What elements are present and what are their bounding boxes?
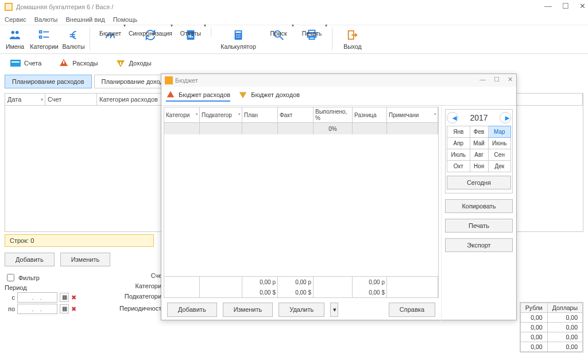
year-next-button[interactable]: ► [500, 112, 511, 123]
month-oct[interactable]: Окт [447, 161, 470, 172]
col-date[interactable]: Дата▾ [5, 94, 45, 105]
svg-marker-34 [167, 91, 174, 98]
modal-add-button[interactable]: Добавить [167, 303, 217, 317]
year-prev-button[interactable]: ◄ [447, 112, 458, 123]
tab-expenses[interactable]: Расходы [53, 56, 103, 71]
month-jun[interactable]: Июнь [488, 138, 511, 149]
svg-rect-5 [40, 36, 42, 38]
svg-point-3 [16, 31, 18, 34]
currency-summary-table: РублиДоллары 0,000,00 0,000,00 0,000,00 … [520, 302, 583, 353]
app-icon [5, 3, 13, 11]
svg-point-16 [238, 34, 239, 36]
period-label: Период [5, 284, 102, 291]
modal-tab-income[interactable]: Бюджет доходов [238, 90, 300, 102]
modal-title: Бюджет [175, 77, 198, 84]
modal-delete-button[interactable]: Удалить [278, 303, 324, 317]
month-aug[interactable]: Авг [470, 149, 488, 161]
month-jul[interactable]: Июль [447, 149, 470, 161]
sync-button[interactable]: ▾ Синхронизация [127, 28, 174, 37]
people-icon [9, 29, 21, 41]
month-nov[interactable]: Ноя [470, 161, 488, 172]
maximize-button[interactable]: ☐ [562, 2, 569, 10]
modal-maximize[interactable]: ☐ [494, 76, 500, 83]
menu-currencies[interactable]: Валюты [34, 16, 58, 23]
tab-accounts[interactable]: Счета [5, 56, 47, 71]
calendar-to-icon[interactable]: ▦ [60, 304, 69, 313]
export-button[interactable]: Экспорт [445, 238, 513, 252]
clear-to-icon[interactable]: ✖ [71, 305, 76, 313]
svg-rect-30 [63, 61, 64, 64]
month-may[interactable]: Май [470, 138, 488, 149]
main-edit-button[interactable]: Изменить [60, 253, 111, 266]
svg-point-19 [238, 37, 239, 38]
print-button[interactable]: ▾ Печать [295, 28, 328, 37]
modal-close[interactable]: ✕ [508, 76, 513, 83]
year-label: 2017 [470, 113, 488, 122]
menu-service[interactable]: Сервис [5, 16, 26, 23]
modal-minimize[interactable]: — [479, 76, 486, 83]
modal-help-button[interactable]: Справка [389, 303, 435, 317]
calendar-from-icon[interactable]: ▦ [60, 293, 69, 302]
names-button[interactable]: Имена [2, 28, 28, 50]
categories-icon [38, 29, 51, 41]
currencies-button[interactable]: Валюты [61, 28, 86, 50]
month-sep[interactable]: Сен [488, 149, 511, 161]
date-to-input[interactable] [17, 304, 57, 314]
svg-rect-28 [11, 61, 20, 63]
svg-rect-1 [6, 4, 12, 10]
svg-marker-35 [239, 92, 246, 99]
search-button[interactable]: ▾ Поиск [262, 28, 295, 37]
month-jan[interactable]: Янв [447, 126, 470, 138]
minimize-button[interactable]: — [544, 2, 552, 10]
exit-button[interactable]: Выход [336, 28, 369, 50]
euro-icon [67, 29, 80, 41]
modal-tab-expenses[interactable]: Бюджет расходов [166, 90, 230, 102]
subtab-plan-expenses[interactable]: Планирование расходов [5, 75, 92, 88]
titlebar: Домашняя бухгалтерия 6 / Вася / [0, 0, 588, 14]
month-mar[interactable]: Мар [488, 126, 511, 138]
month-apr[interactable]: Апр [447, 138, 470, 149]
tab-planning[interactable]: Планирование [230, 57, 284, 69]
expenses-icon [59, 58, 69, 68]
filter-checkbox[interactable] [7, 274, 14, 281]
income-icon [115, 58, 126, 68]
svg-point-15 [236, 34, 237, 36]
svg-point-20 [239, 37, 241, 38]
side-print-button[interactable]: Печать [445, 219, 513, 233]
modal-grid-header: Категори▾ Подкатегор▾ План Факт Выполнен… [164, 107, 439, 123]
main-add-button[interactable]: Добавить [5, 253, 55, 266]
reports-button[interactable]: ▾ Отчеты [174, 28, 207, 37]
month-feb[interactable]: Фев [470, 126, 488, 138]
svg-point-18 [236, 37, 237, 38]
close-button[interactable]: ✕ [579, 2, 586, 10]
month-dec[interactable]: Дек [488, 161, 511, 172]
toolbar: Имена Категории Валюты ▾ Бюджет ▾ Синхро… [0, 25, 588, 54]
menubar: Сервис Валюты Внешний вид Помощь [0, 14, 588, 25]
modal-grid-footer: 0,00 р 0,00 р 0,00 р 0,00 $ 0,00 $ 0,00 … [164, 277, 439, 298]
date-from-input[interactable] [17, 292, 57, 303]
tab-credits[interactable]: Кредиты и Долги [163, 57, 224, 69]
expenses-tab-icon [166, 90, 175, 99]
svg-rect-33 [165, 76, 173, 84]
year-selector: ◄ 2017 ► Янв Фев Мар Апр Май Ию [445, 109, 513, 193]
svg-rect-27 [10, 60, 21, 67]
col-account[interactable]: Счет [45, 94, 97, 105]
svg-point-2 [11, 31, 14, 34]
menu-help[interactable]: Помощь [113, 16, 138, 23]
tab-income[interactable]: Доходы [110, 56, 157, 71]
modal-edit-button[interactable]: Изменить [223, 303, 273, 317]
copy-button[interactable]: Копировать [445, 199, 513, 213]
modal-icon [165, 76, 173, 84]
clear-from-icon[interactable]: ✖ [71, 294, 76, 301]
menu-appearance[interactable]: Внешний вид [66, 16, 105, 23]
categories-button[interactable]: Категории [28, 28, 61, 50]
month-grid: Янв Фев Мар Апр Май Июнь Июль Авг Се [447, 126, 511, 172]
accounts-icon [10, 58, 21, 68]
calculator-button[interactable]: Калькулятор [215, 28, 262, 50]
budget-button[interactable]: ▾ Бюджет [94, 28, 127, 37]
exit-icon [346, 29, 359, 41]
percent-cell: 0% [314, 123, 353, 134]
section-tabs: Счета Расходы Доходы Кредиты и Долги Пла… [0, 54, 588, 72]
modal-delete-dropdown[interactable]: ▾ [330, 303, 338, 317]
today-button[interactable]: Сегодня [447, 176, 511, 189]
